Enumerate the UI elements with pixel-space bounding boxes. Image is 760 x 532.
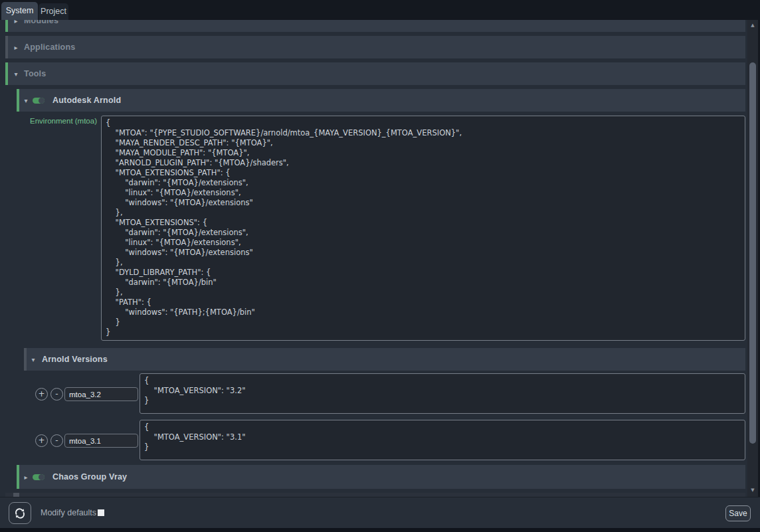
section-versions-state-border bbox=[24, 348, 27, 371]
section-applications[interactable]: ▸ Applications bbox=[5, 36, 745, 58]
section-vray-title: Chaos Group Vray bbox=[52, 472, 127, 482]
tab-project[interactable]: Project bbox=[39, 3, 68, 20]
section-applications-state-border bbox=[5, 36, 8, 58]
scroll-down-icon[interactable]: ▼ bbox=[747, 485, 758, 495]
chevron-down-icon: ▾ bbox=[22, 97, 30, 104]
toggle-knob-icon bbox=[39, 474, 45, 480]
vertical-scrollbar-thumb[interactable] bbox=[749, 62, 756, 444]
toggle-knob-icon bbox=[39, 98, 45, 104]
arnold-enabled-toggle[interactable] bbox=[33, 98, 45, 104]
remove-version-button[interactable]: - bbox=[50, 434, 63, 447]
section-versions-title: Arnold Versions bbox=[42, 355, 108, 364]
add-version-button[interactable]: + bbox=[35, 434, 48, 447]
vray-enabled-toggle[interactable] bbox=[33, 474, 45, 480]
version-json-editor[interactable]: { "MTOA_VERSION": "3.1" } bbox=[140, 420, 745, 460]
section-modules-title: Modules bbox=[24, 20, 58, 25]
chevron-down-icon: ▾ bbox=[29, 356, 37, 363]
section-tools-state-border bbox=[5, 62, 8, 85]
chevron-down-icon: ▾ bbox=[12, 70, 20, 78]
tab-system[interactable]: System bbox=[1, 2, 38, 20]
section-arnold-title: Autodesk Arnold bbox=[52, 96, 121, 105]
version-json-editor[interactable]: { "MTOA_VERSION": "3.2" } bbox=[140, 373, 745, 414]
section-tools-title: Tools bbox=[24, 69, 46, 78]
chevron-right-icon: ▸ bbox=[12, 44, 20, 51]
version-key-input[interactable] bbox=[64, 434, 138, 448]
chevron-right-icon: ▸ bbox=[12, 20, 20, 25]
settings-window: System Project ▸ Modules ▸ Applications … bbox=[0, 0, 760, 532]
environment-mtoa-label: Environment (mtoa) bbox=[7, 117, 97, 125]
chevron-right-icon: ▸ bbox=[22, 474, 30, 481]
window-bottom-edge bbox=[0, 528, 760, 532]
environment-mtoa-editor[interactable]: { "MTOA": "{PYPE_STUDIO_SOFTWARE}/arnold… bbox=[101, 116, 745, 341]
section-arnold-state-border bbox=[17, 89, 19, 112]
add-version-button[interactable]: + bbox=[35, 388, 48, 400]
refresh-button[interactable] bbox=[9, 502, 31, 524]
section-modules-state-border bbox=[5, 20, 8, 32]
section-tools[interactable]: ▾ Tools bbox=[5, 62, 745, 85]
modify-defaults-label: Modify defaults bbox=[41, 497, 96, 528]
remove-version-button[interactable]: - bbox=[50, 388, 63, 400]
save-button[interactable]: Save bbox=[725, 505, 751, 521]
section-autodesk-arnold[interactable]: ▾ Autodesk Arnold bbox=[17, 89, 745, 112]
modify-defaults-checkbox[interactable] bbox=[98, 509, 104, 516]
vertical-scrollbar[interactable]: ▲ ▼ bbox=[747, 20, 758, 497]
section-modules[interactable]: ▸ Modules bbox=[5, 20, 745, 32]
scroll-up-icon[interactable]: ▲ bbox=[747, 20, 758, 31]
section-chaos-group-vray[interactable]: ▸ Chaos Group Vray bbox=[17, 465, 745, 489]
section-arnold-versions[interactable]: ▾ Arnold Versions bbox=[24, 348, 745, 371]
section-applications-title: Applications bbox=[24, 43, 75, 52]
version-key-input[interactable] bbox=[64, 387, 138, 401]
settings-scroll-area: ▸ Modules ▸ Applications ▾ Tools ▾ Autod… bbox=[0, 20, 747, 497]
tab-bar: System Project bbox=[0, 0, 760, 20]
footer-bar: Modify defaults Save bbox=[0, 497, 760, 528]
section-vray-state-border bbox=[17, 465, 19, 489]
refresh-icon bbox=[14, 507, 26, 519]
